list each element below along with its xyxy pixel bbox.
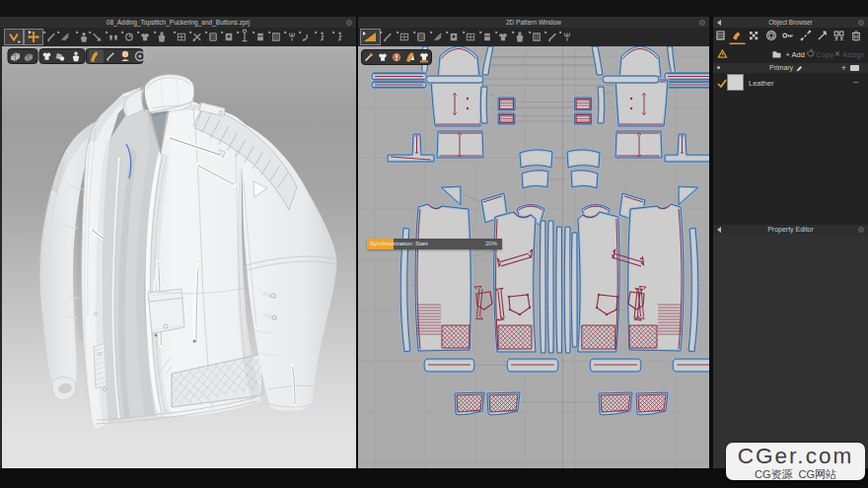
svg-text:Copy: Copy [817, 50, 834, 59]
svg-text:Assign: Assign [842, 50, 865, 59]
svg-text:+ Add: + Add [786, 50, 805, 59]
